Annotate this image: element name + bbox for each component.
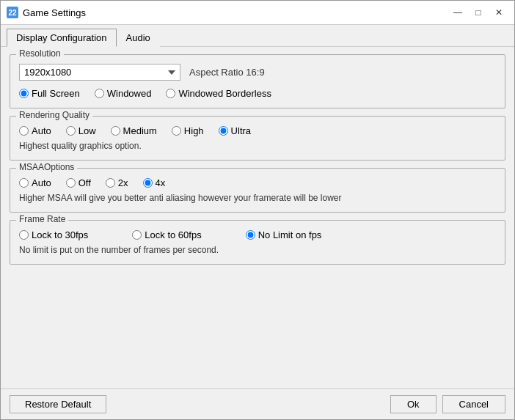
msaa-legend: MSAAOptions [16,162,77,172]
tab-bar: Display Configuration Audio [1,25,514,47]
resolution-select-row: 1920x1080 1280x720 2560x1440 3840x2160 A… [19,64,496,81]
msaa-4x-option[interactable]: 4x [143,177,166,188]
window-title: Game Settings [23,7,448,18]
quality-auto-option[interactable]: Auto [19,125,51,136]
fullscreen-option[interactable]: Full Screen [19,88,80,99]
main-window: 22 Game Settings — □ ✕ Display Configura… [0,0,515,420]
restore-default-button[interactable]: Restore Default [10,395,106,413]
rendering-quality-group: Rendering Quality Auto Low Medium High [10,116,505,161]
windowed-option[interactable]: Windowed [95,88,152,99]
frame-rate-row: Lock to 30fps Lock to 60fps No Limit on … [19,229,496,240]
app-icon: 22 [7,7,18,18]
quality-medium-option[interactable]: Medium [111,125,157,136]
close-button[interactable]: ✕ [489,5,508,20]
footer: Restore Default Ok Cancel [1,388,514,419]
resolution-legend: Resolution [16,48,64,59]
resolution-group: Resolution 1920x1080 1280x720 2560x1440 … [10,54,505,108]
msaa-description: Higher MSAA will give you better anti al… [19,193,496,203]
quality-low-option[interactable]: Low [66,125,96,136]
frame-rate-group: Frame Rate Lock to 30fps Lock to 60fps N… [10,220,505,265]
msaa-auto-option[interactable]: Auto [19,177,51,188]
msaa-off-option[interactable]: Off [66,177,91,188]
ok-button[interactable]: Ok [390,395,437,413]
quality-high-option[interactable]: High [172,125,204,136]
tab-content: Resolution 1920x1080 1280x720 2560x1440 … [1,47,514,388]
cancel-button[interactable]: Cancel [442,395,505,413]
tab-audio[interactable]: Audio [117,29,160,47]
msaa-row: Auto Off 2x 4x [19,177,496,188]
rendering-quality-description: Highest quality graphics option. [19,141,496,151]
maximize-button[interactable]: □ [469,5,488,20]
window-controls: — □ ✕ [448,5,508,20]
footer-actions: Ok Cancel [390,395,505,413]
minimize-button[interactable]: — [448,5,467,20]
aspect-ratio-label: Aspect Ratio 16:9 [189,67,265,78]
frame-rate-description: No limit is put on the number of frames … [19,245,496,255]
tab-display-configuration[interactable]: Display Configuration [7,29,117,47]
frame-rate-legend: Frame Rate [16,214,68,224]
msaa-2x-option[interactable]: 2x [106,177,128,188]
rendering-quality-row: Auto Low Medium High Ultra [19,125,496,136]
quality-ultra-option[interactable]: Ultra [219,125,251,136]
display-mode-row: Full Screen Windowed Windowed Borderless [19,88,496,99]
title-bar: 22 Game Settings — □ ✕ [1,1,514,25]
rendering-quality-legend: Rendering Quality [16,110,92,120]
lock30fps-option[interactable]: Lock to 30fps [19,229,88,240]
resolution-select[interactable]: 1920x1080 1280x720 2560x1440 3840x2160 [19,64,180,81]
windowed-borderless-option[interactable]: Windowed Borderless [166,88,271,99]
nolimit-option[interactable]: No Limit on fps [246,229,322,240]
lock60fps-option[interactable]: Lock to 60fps [132,229,201,240]
msaa-group: MSAAOptions Auto Off 2x 4x [10,168,505,213]
